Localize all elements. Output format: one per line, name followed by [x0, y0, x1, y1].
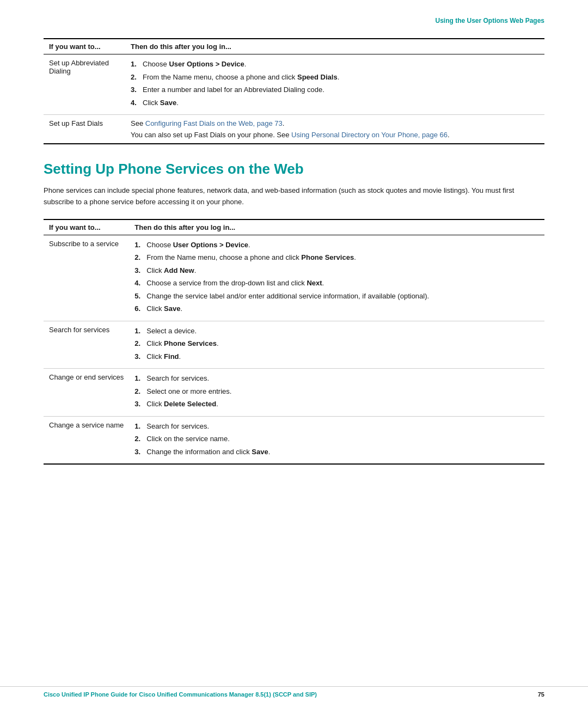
row-steps: 1. Search for services. 2. Select one or… — [129, 369, 544, 417]
list-item: 1. Choose User Options > Device. — [134, 240, 539, 251]
list-item: 4. Click Save. — [131, 97, 539, 108]
list-item: 5. Change the service label and/or enter… — [134, 291, 539, 302]
list-item: 2. From the Name menu, choose a phone an… — [131, 72, 539, 83]
personal-directory-link[interactable]: Using Personal Directory on Your Phone, … — [291, 131, 448, 139]
section-table-col1-header: If you want to... — [44, 219, 129, 235]
footer-page: 75 — [538, 691, 544, 698]
row-steps: 1. Select a device. 2. Click Phone Servi… — [129, 321, 544, 369]
list-item: 4. Choose a service from the drop-down l… — [134, 278, 539, 289]
row-steps: 1. Choose User Options > Device. 2. From… — [129, 235, 544, 321]
row-steps: 1. Search for services. 2. Click on the … — [129, 416, 544, 464]
list-item: 1. Choose User Options > Device. — [131, 59, 539, 70]
section-table: If you want to... Then do this after you… — [44, 219, 544, 465]
row-action: Subscribe to a service — [44, 235, 129, 321]
table-row: Search for services 1. Select a device. … — [44, 321, 544, 369]
top-table: If you want to... Then do this after you… — [44, 38, 544, 144]
table-row: Change a service name 1. Search for serv… — [44, 416, 544, 464]
row-action: Set up Fast Dials — [44, 115, 125, 144]
table-row: Subscribe to a service 1. Choose User Op… — [44, 235, 544, 321]
header-title: Using the User Options Web Pages — [436, 17, 544, 25]
page-header: Using the User Options Web Pages — [44, 16, 544, 27]
list-item: 2. Click on the service name. — [134, 434, 539, 444]
section-description: Phone services can include special phone… — [44, 185, 544, 208]
list-item: 3. Change the information and click Save… — [134, 447, 539, 457]
row-action: Search for services — [44, 321, 129, 369]
row-action: Set up AbbreviatedDialing — [44, 54, 125, 115]
list-item: 1. Search for services. — [134, 373, 539, 384]
section-table-col2-header: Then do this after you log in... — [129, 219, 544, 235]
list-item: 3. Click Delete Selected. — [134, 399, 539, 410]
footer-title: Cisco Unified IP Phone Guide for Cisco U… — [44, 691, 317, 698]
page-footer: Cisco Unified IP Phone Guide for Cisco U… — [0, 686, 588, 698]
list-item: 3. Click Add New. — [134, 265, 539, 276]
section-heading: Setting Up Phone Services on the Web — [44, 161, 544, 178]
row-action: Change or end services — [44, 369, 129, 417]
table-row: Change or end services 1. Search for ser… — [44, 369, 544, 417]
row-steps: See Configuring Fast Dials on the Web, p… — [125, 115, 544, 144]
table-row: Set up AbbreviatedDialing 1. Choose User… — [44, 54, 544, 115]
top-table-col1-header: If you want to... — [44, 39, 125, 54]
row-action: Change a service name — [44, 416, 129, 464]
list-item: 2. From the Name menu, choose a phone an… — [134, 252, 539, 263]
list-item: 1. Search for services. — [134, 421, 539, 432]
row-steps: 1. Choose User Options > Device. 2. From… — [125, 54, 544, 115]
fast-dials-link[interactable]: Configuring Fast Dials on the Web, page … — [145, 119, 283, 127]
list-item: 6. Click Save. — [134, 303, 539, 314]
table-row: Set up Fast Dials See Configuring Fast D… — [44, 115, 544, 144]
top-table-col2-header: Then do this after you log in... — [125, 39, 544, 54]
list-item: 2. Click Phone Services. — [134, 338, 539, 349]
list-item: 3. Enter a number and label for an Abbre… — [131, 84, 539, 95]
list-item: 3. Click Find. — [134, 351, 539, 362]
list-item: 2. Select one or more entries. — [134, 386, 539, 397]
list-item: 1. Select a device. — [134, 326, 539, 337]
